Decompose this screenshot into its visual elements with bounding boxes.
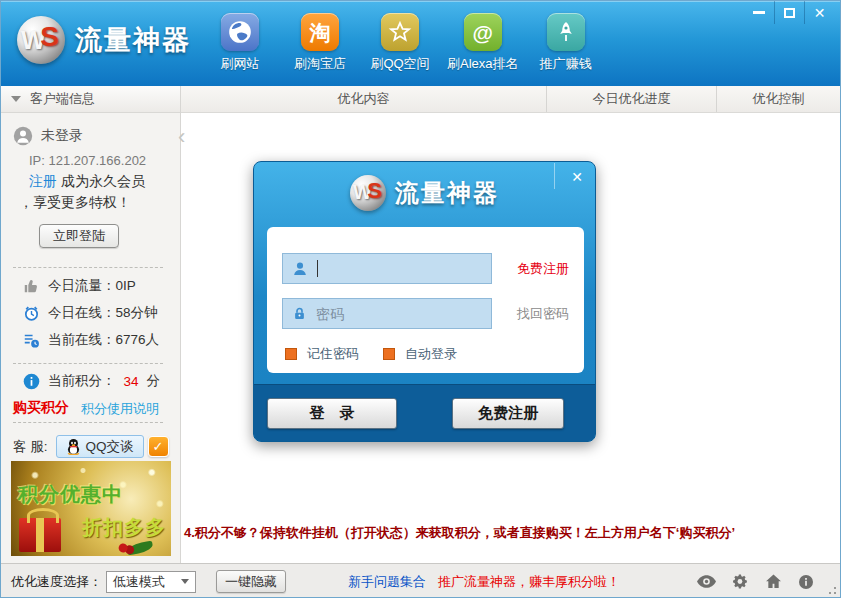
dialog-title: 流量神器 bbox=[395, 177, 499, 209]
privilege-text: ，享受更多特权！ bbox=[19, 194, 131, 212]
maximize-icon bbox=[784, 8, 795, 18]
nav-label: 刷淘宝店 bbox=[294, 55, 346, 73]
nav-label: 刷QQ空间 bbox=[370, 55, 429, 73]
login-dialog: ✕ W S 流量神器 免费注册 bbox=[253, 161, 596, 442]
maximize-button[interactable] bbox=[774, 1, 804, 24]
window-controls: ✕ bbox=[744, 1, 834, 24]
info-icon[interactable] bbox=[798, 574, 814, 590]
minimize-button[interactable] bbox=[744, 1, 774, 24]
tab-header-row: 优化内容 今日优化进度 优化控制 bbox=[181, 86, 840, 113]
lock-icon bbox=[292, 306, 307, 322]
star-icon bbox=[381, 13, 419, 51]
divider bbox=[13, 422, 163, 423]
sidebar-collapse-icon[interactable]: ‹ bbox=[178, 126, 185, 148]
password-field[interactable] bbox=[282, 298, 492, 329]
login-now-button[interactable]: 立即登陆 bbox=[39, 224, 119, 248]
login-form-panel: 免费注册 找回密码 记住密码 自动登录 bbox=[267, 227, 584, 373]
nav-label: 刷网站 bbox=[221, 55, 260, 73]
ad-text-line1: 积分优惠中 bbox=[18, 481, 123, 508]
rocket-icon bbox=[547, 13, 585, 51]
stat-text: 今日流量：0IP bbox=[48, 277, 136, 295]
dialog-logo-icon: W S bbox=[350, 175, 386, 211]
app-logo-icon: W S bbox=[17, 16, 65, 64]
qq-penguin-icon bbox=[66, 438, 81, 455]
thumb-up-icon bbox=[23, 278, 40, 295]
titlebar: W S 流量神器 刷网站 淘 刷淘宝店 刷QQ bbox=[1, 1, 840, 86]
user-avatar-icon bbox=[13, 126, 33, 146]
text-cursor bbox=[317, 260, 318, 277]
person-icon bbox=[292, 261, 308, 277]
nav-item-qzone[interactable]: 刷QQ空间 bbox=[367, 13, 433, 73]
stat-current-online: 当前在线：6776人 bbox=[23, 331, 159, 349]
stat-text: 今日在线：58分钟 bbox=[48, 304, 158, 322]
username-field[interactable] bbox=[282, 253, 492, 284]
app-title: 流量神器 bbox=[75, 22, 191, 58]
app-logo: W S 流量神器 bbox=[17, 16, 191, 64]
username-input[interactable] bbox=[327, 261, 477, 277]
service-label: 客 服: bbox=[13, 438, 48, 456]
nav-item-promote[interactable]: 推广赚钱 bbox=[533, 13, 599, 73]
speed-mode-select[interactable]: 低速模式 bbox=[106, 571, 196, 593]
logo-letter-s: S bbox=[40, 21, 59, 53]
globe-icon bbox=[221, 13, 259, 51]
points-notice-text: 4.积分不够？保持软件挂机（打开状态）来获取积分，或者直接购买！左上方用户名下‘… bbox=[184, 524, 735, 542]
dialog-footer: 登 录 免费注册 bbox=[254, 384, 595, 441]
login-button[interactable]: 登 录 bbox=[267, 398, 397, 429]
logo-letter-s: S bbox=[367, 178, 382, 204]
sidebar-header-label: 客户端信息 bbox=[30, 90, 95, 108]
status-bar: 优化速度选择： 低速模式 一键隐藏 新手问题集合 推广流量神器，赚丰厚积分啦！ bbox=[1, 563, 840, 598]
info-icon bbox=[23, 373, 40, 390]
gift-box-icon bbox=[19, 518, 61, 552]
nav-item-taobao[interactable]: 淘 刷淘宝店 bbox=[287, 13, 353, 73]
password-input[interactable] bbox=[316, 306, 466, 322]
faq-link[interactable]: 新手问题集合 bbox=[348, 573, 426, 591]
stat-today-online: 今日在线：58分钟 bbox=[23, 304, 158, 322]
auto-login-label[interactable]: 自动登录 bbox=[405, 345, 457, 363]
points-label: 当前积分： bbox=[48, 372, 116, 390]
taobao-icon: 淘 bbox=[301, 13, 339, 51]
dialog-logo: W S 流量神器 bbox=[254, 175, 595, 211]
divider bbox=[13, 363, 163, 364]
register-text: 成为永久会员 bbox=[61, 173, 145, 189]
login-options-row: 记住密码 自动登录 bbox=[285, 345, 457, 363]
gear-icon[interactable] bbox=[732, 573, 749, 590]
close-button[interactable]: ✕ bbox=[804, 1, 834, 24]
tab-optimize-control[interactable]: 优化控制 bbox=[716, 86, 840, 112]
auto-login-checkbox[interactable] bbox=[383, 348, 395, 360]
points-unit: 分 bbox=[147, 372, 161, 390]
find-password-link[interactable]: 找回密码 bbox=[517, 305, 569, 323]
points-help-link[interactable]: 积分使用说明 bbox=[81, 400, 159, 418]
buy-points-link[interactable]: 购买积分 bbox=[13, 399, 69, 417]
statusbar-icons bbox=[697, 573, 814, 590]
shield-check-icon[interactable]: ✓ bbox=[148, 436, 169, 457]
close-icon: ✕ bbox=[814, 6, 826, 20]
sidebar: 客户端信息 未登录 IP: 121.207.166.202 注册 成为永久会员 … bbox=[1, 86, 181, 563]
home-icon[interactable] bbox=[765, 573, 782, 590]
nav-item-website[interactable]: 刷网站 bbox=[207, 13, 273, 73]
tab-optimize-content[interactable]: 优化内容 bbox=[181, 86, 546, 112]
tab-today-progress[interactable]: 今日优化进度 bbox=[546, 86, 716, 112]
stat-today-traffic: 今日流量：0IP bbox=[23, 277, 136, 295]
ip-address: IP: 121.207.166.202 bbox=[29, 153, 146, 168]
qq-chat-button[interactable]: QQ交谈 bbox=[56, 435, 144, 458]
app-window: W S 流量神器 刷网站 淘 刷淘宝店 刷QQ bbox=[0, 0, 841, 598]
main-area: 优化内容 今日优化进度 优化控制 ‹ ✕ W S 流量神器 bbox=[181, 86, 840, 563]
sidebar-header[interactable]: 客户端信息 bbox=[1, 86, 180, 113]
taobao-glyph: 淘 bbox=[310, 22, 331, 43]
promo-ad-banner[interactable]: 积分优惠中 折扣多多 bbox=[11, 461, 171, 556]
free-register-link[interactable]: 免费注册 bbox=[517, 260, 569, 278]
remember-password-label[interactable]: 记住密码 bbox=[307, 345, 359, 363]
nav-item-alexa[interactable]: @ 刷Alexa排名 bbox=[447, 13, 519, 73]
one-click-hide-button[interactable]: 一键隐藏 bbox=[216, 570, 286, 593]
register-button[interactable]: 免费注册 bbox=[452, 398, 564, 429]
dropdown-arrow-icon bbox=[181, 579, 189, 584]
eye-icon[interactable] bbox=[697, 575, 716, 588]
points-value: 34 bbox=[124, 374, 139, 389]
speed-select-label: 优化速度选择： bbox=[11, 573, 102, 591]
ad-text-line2: 折扣多多 bbox=[82, 514, 166, 541]
user-status-row: 未登录 bbox=[13, 126, 83, 146]
register-link[interactable]: 注册 bbox=[29, 173, 57, 189]
remember-password-checkbox[interactable] bbox=[285, 348, 297, 360]
stat-text: 当前在线：6776人 bbox=[48, 331, 159, 349]
resize-grip[interactable] bbox=[824, 582, 836, 594]
